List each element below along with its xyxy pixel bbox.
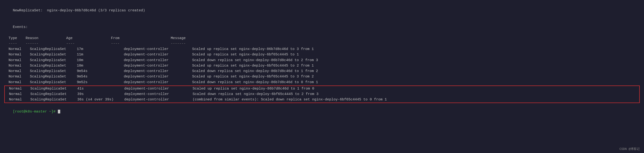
table-row: Normal ScalingReplicaSet 17m deployment-… bbox=[4, 46, 640, 52]
table-row: Normal ScalingReplicaSet 41s deployment-… bbox=[5, 86, 639, 91]
prompt-text: [root@k8s-master ~]# bbox=[13, 110, 56, 114]
normal-rows: Normal ScalingReplicaSet 17m deployment-… bbox=[4, 46, 640, 85]
column-headers: Type Reason Age From Message bbox=[4, 35, 640, 41]
table-row: Normal ScalingReplicaSet 9m54s deploymen… bbox=[4, 68, 640, 74]
table-row: Normal ScalingReplicaSet 9m54s deploymen… bbox=[4, 74, 640, 79]
newreplicaset-label: NewReplicaSet: bbox=[13, 8, 43, 12]
table-row: Normal ScalingReplicaSet 11m deployment-… bbox=[4, 52, 640, 57]
prompt-cursor bbox=[56, 110, 60, 114]
table-row: Normal ScalingReplicaSet 36s (x4 over 39… bbox=[5, 97, 639, 102]
events-label-line: Events: bbox=[4, 19, 640, 35]
table-row: Normal ScalingReplicaSet 9m52s deploymen… bbox=[4, 80, 640, 85]
prompt-line: [root@k8s-master ~]# bbox=[4, 104, 640, 120]
table-row: Normal ScalingReplicaSet 10m deployment-… bbox=[4, 63, 640, 68]
table-row: Normal ScalingReplicaSet 39s deployment-… bbox=[5, 91, 639, 97]
column-dividers: ---- ------ ---- ---- ------- bbox=[4, 41, 640, 46]
highlighted-section: Normal ScalingReplicaSet 41s deployment-… bbox=[4, 86, 640, 103]
table-row: Normal ScalingReplicaSet 10m deployment-… bbox=[4, 58, 640, 63]
terminal-window: NewReplicaSet: nginx-deploy-86b7d8c46d (… bbox=[0, 0, 644, 153]
newreplicaset-value: nginx-deploy-86b7d8c46d (3/3 replicas cr… bbox=[43, 8, 145, 12]
events-label: Events: bbox=[13, 25, 28, 29]
watermark: CSDN @博客记 bbox=[619, 147, 640, 151]
newreplicaset-line: NewReplicaSet: nginx-deploy-86b7d8c46d (… bbox=[4, 2, 640, 19]
